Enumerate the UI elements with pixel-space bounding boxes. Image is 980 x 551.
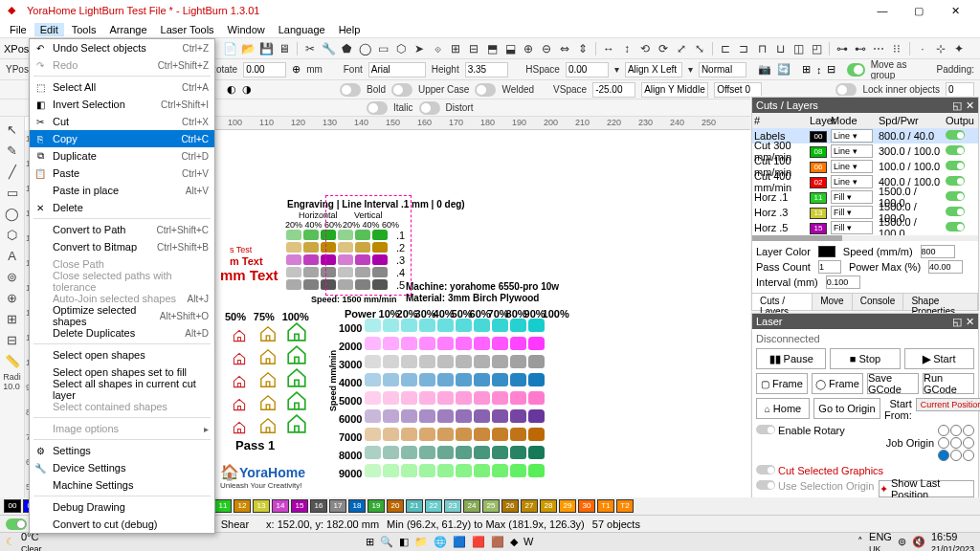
explorer-icon[interactable]: 📁 (414, 536, 428, 548)
bool-tool-icon[interactable]: ⊕ (4, 289, 21, 306)
powermax-input[interactable] (928, 260, 963, 274)
palette-color[interactable]: 24 (463, 499, 480, 513)
menu-item[interactable]: ✕Delete (30, 199, 214, 216)
app-icon[interactable]: 🟥 (472, 536, 485, 548)
tool-icon[interactable]: 🖥 (277, 41, 292, 56)
panel-close-icon[interactable]: ✕ (966, 99, 974, 112)
palette-color[interactable]: 29 (559, 499, 576, 513)
font-select[interactable] (368, 62, 426, 77)
menu-language[interactable]: Language (273, 23, 331, 36)
tool-icon[interactable]: ⤢ (674, 41, 689, 56)
menu-item[interactable]: 🔧Device Settings (30, 459, 214, 476)
poly-tool-icon[interactable]: ⬡ (4, 226, 21, 243)
frame-rect-button[interactable]: ▢ Frame (756, 373, 808, 394)
app-icon[interactable]: 🟦 (453, 536, 466, 548)
menu-item[interactable]: ⧉DuplicateCtrl+D (30, 147, 214, 165)
menu-arrange[interactable]: Arrange (103, 23, 152, 36)
tool-icon[interactable]: ↕ (619, 41, 635, 56)
upper-toggle[interactable] (391, 83, 412, 97)
tool-icon[interactable]: 🔧 (321, 41, 336, 56)
frame-hull-button[interactable]: ◯ Frame (812, 373, 863, 394)
tool-icon[interactable]: 📂 (240, 41, 256, 56)
tool-icon[interactable]: ⋯ (871, 41, 886, 56)
moveasgroup-toggle[interactable] (847, 63, 864, 77)
palette-color[interactable]: 28 (540, 499, 557, 513)
tool-icon[interactable]: ◫ (791, 41, 806, 56)
menu-item[interactable]: ⚙Settings (30, 442, 214, 459)
menu-item[interactable]: Convert to cut (debug) (30, 516, 214, 533)
palette-color[interactable]: 23 (444, 499, 461, 513)
menu-item[interactable]: ↶Undo Select objectsCtrl+Z (30, 39, 214, 56)
passcount-input[interactable] (818, 260, 841, 274)
menu-item[interactable]: Optimize selected shapesAlt+Shift+O (30, 307, 214, 324)
tool-icon[interactable]: ⁝⁝ (889, 41, 904, 56)
menu-item[interactable]: Select open shapes (30, 346, 214, 364)
tool-icon[interactable]: ⬒ (484, 41, 500, 56)
tool-icon[interactable]: ⇔ (557, 41, 572, 56)
layer-row[interactable]: Horz .313Fill ▾1500.0 / 100.0 (752, 205, 978, 220)
save-gcode-button[interactable]: Save GCode (867, 373, 919, 394)
palette-color[interactable]: 27 (521, 499, 538, 513)
pause-button[interactable]: ▮▮Pause (756, 348, 826, 369)
height-input[interactable] (465, 62, 508, 77)
menu-item[interactable]: Select all shapes in current cut layer (30, 381, 214, 398)
line-tool-icon[interactable]: ╱ (4, 163, 21, 180)
palette-color[interactable]: 18 (348, 499, 366, 513)
menu-tools[interactable]: Tools (66, 23, 102, 36)
rect-tool-icon[interactable]: ▭ (4, 184, 21, 201)
maximize-button[interactable]: ▢ (902, 1, 936, 20)
wifi-icon[interactable]: ⊚ (898, 536, 906, 548)
palette-color[interactable]: 11 (214, 499, 232, 513)
array-tool-icon[interactable]: ⊞ (4, 310, 21, 327)
tool-icon[interactable]: ⊏ (718, 41, 733, 56)
cutselected-toggle[interactable] (756, 465, 775, 474)
palette-color[interactable]: 14 (272, 499, 289, 513)
layer-row[interactable]: Horz .111Fill ▾1500.0 / 100.0 (752, 189, 978, 205)
palette-color[interactable]: 25 (482, 499, 500, 513)
grid-tool-icon[interactable]: ⊟ (4, 331, 21, 348)
tool-icon[interactable]: ✦ (951, 41, 967, 56)
tool-icon[interactable]: · (915, 41, 930, 56)
menu-item[interactable]: ◧Invert SelectionCtrl+Shift+I (30, 96, 214, 113)
alignx-select[interactable] (625, 62, 682, 77)
layer-row[interactable]: Horz .515Fill ▾1500.0 / 100.0 (752, 220, 978, 235)
normal-select[interactable] (699, 62, 746, 77)
layer-scrollbar[interactable] (752, 235, 842, 241)
search-icon[interactable]: 🔍 (380, 536, 393, 548)
tool-icon[interactable]: ⊕ (521, 41, 536, 56)
lightburn-icon[interactable]: ◆ (510, 536, 518, 548)
menu-item[interactable]: Delete DuplicatesAlt+D (30, 324, 214, 342)
home-button[interactable]: ⌂ Home (756, 398, 810, 419)
startfrom-select[interactable]: Current Position (916, 398, 980, 411)
palette-color[interactable]: 00 (4, 499, 21, 513)
palette-color[interactable]: 26 (501, 499, 519, 513)
volume-icon[interactable]: 🔇 (912, 536, 925, 548)
start-button[interactable]: ▶Start (904, 348, 974, 369)
lockinner-toggle[interactable] (835, 83, 857, 97)
tool-icon[interactable]: ⇕ (575, 41, 590, 56)
palette-color[interactable]: 22 (425, 499, 442, 513)
weather-icon[interactable]: ☾ (6, 536, 15, 548)
offset-tool-icon[interactable]: ⊚ (4, 268, 21, 285)
menu-file[interactable]: File (4, 23, 33, 36)
camera-icon[interactable]: 📷 (758, 63, 771, 76)
palette-color[interactable]: 20 (387, 499, 404, 513)
palette-color[interactable]: 16 (310, 499, 327, 513)
tool-icon[interactable]: ⊖ (539, 41, 554, 56)
tool-icon[interactable]: ↔ (601, 41, 616, 56)
tool-icon[interactable]: ⤡ (692, 41, 707, 56)
move-toggle[interactable] (6, 518, 27, 530)
tool-icon[interactable]: ◯ (357, 41, 372, 56)
tool-icon[interactable]: ⬓ (502, 41, 518, 56)
tab-console[interactable]: Console (853, 294, 904, 310)
layer-color-swatch[interactable] (818, 246, 835, 257)
tool-icon[interactable]: ⬡ (393, 41, 409, 56)
refresh-icon[interactable]: 🔄 (777, 63, 791, 76)
palette-color[interactable]: 17 (329, 499, 346, 513)
close-button[interactable]: ✕ (938, 1, 972, 20)
menu-item[interactable]: ✂CutCtrl+X (30, 113, 214, 130)
tool-icon[interactable]: ◰ (809, 41, 824, 56)
minimize-button[interactable]: — (865, 1, 900, 20)
tool-icon[interactable]: ⊔ (772, 41, 788, 56)
menu-item[interactable]: Paste in placeAlt+V (30, 182, 214, 199)
